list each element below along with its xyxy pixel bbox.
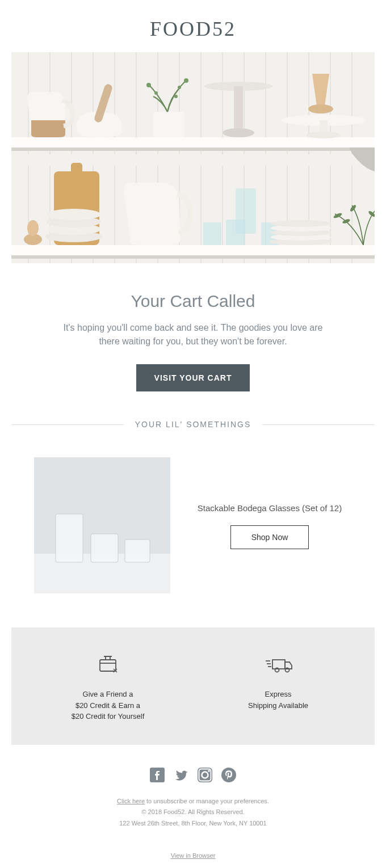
svg-point-40 [146, 83, 151, 87]
pinterest-icon[interactable] [221, 768, 236, 782]
view-browser-link[interactable]: View in Browser [171, 852, 216, 859]
svg-rect-75 [56, 514, 83, 562]
hero-image [11, 52, 375, 263]
gift-card-icon [23, 650, 193, 679]
svg-rect-39 [153, 112, 184, 137]
product-image[interactable] [34, 457, 170, 593]
truck-icon [193, 650, 363, 679]
svg-rect-77 [125, 540, 150, 562]
social-icons [0, 768, 386, 782]
footer-text: Click here to unsubscribe or manage your… [0, 796, 386, 829]
svg-point-44 [174, 95, 178, 98]
svg-rect-50 [320, 120, 328, 133]
copyright: © 2018 Food52. All Rights Reserved. [0, 807, 386, 818]
referral-benefit[interactable]: Give a Friend a $20 Credit & Earn a $20 … [23, 650, 193, 722]
svg-rect-80 [272, 660, 285, 669]
brand-logo[interactable]: FOOD52 [0, 17, 386, 41]
product-info: Stackable Bodega Glasses (Set of 12) Sho… [187, 502, 352, 549]
referral-text: Give a Friend a $20 Credit & Earn a $20 … [23, 689, 193, 722]
svg-point-41 [154, 91, 158, 95]
svg-point-89 [208, 770, 210, 772]
svg-point-42 [184, 78, 188, 83]
view-browser-section: View in Browser [0, 841, 386, 868]
svg-rect-33 [11, 137, 375, 148]
svg-point-57 [47, 209, 101, 220]
visit-cart-button[interactable]: VISIT YOUR CART [136, 364, 250, 391]
shipping-benefit[interactable]: Express Shipping Available [193, 650, 363, 722]
svg-rect-46 [234, 86, 243, 129]
svg-rect-78 [100, 660, 116, 671]
svg-rect-35 [11, 245, 375, 255]
svg-point-51 [307, 132, 341, 138]
divider-line-left [11, 424, 124, 425]
instagram-icon[interactable] [198, 768, 212, 782]
shipping-text: Express Shipping Available [193, 689, 363, 711]
svg-rect-76 [91, 534, 118, 562]
twitter-icon[interactable] [174, 768, 188, 782]
unsubscribe-link[interactable]: Click here [117, 798, 145, 804]
headline-section: Your Cart Called It's hoping you'll come… [0, 263, 386, 403]
social-section: Click here to unsubscribe or manage your… [0, 745, 386, 841]
svg-point-47 [223, 128, 254, 137]
benefits-section: Give a Friend a $20 Credit & Earn a $20 … [11, 627, 375, 745]
divider-line-right [262, 424, 375, 425]
divider-label: YOUR LIL' SOMETHINGS [124, 420, 262, 429]
product-section: Stackable Bodega Glasses (Set of 12) Sho… [0, 446, 386, 616]
subtext: It's hoping you'll come back and see it.… [57, 321, 329, 348]
svg-rect-53 [71, 163, 82, 177]
shop-now-button[interactable]: Shop Now [230, 525, 309, 549]
svg-point-68 [271, 220, 331, 227]
svg-rect-34 [11, 148, 375, 151]
svg-rect-62 [236, 188, 256, 234]
svg-point-59 [27, 220, 39, 236]
facebook-icon[interactable] [150, 768, 165, 782]
headline: Your Cart Called [23, 292, 363, 311]
svg-rect-36 [11, 255, 375, 259]
svg-rect-60 [203, 222, 221, 245]
svg-point-43 [178, 86, 181, 89]
svg-point-48 [308, 104, 333, 113]
product-name: Stackable Bodega Glasses (Set of 12) [187, 502, 352, 514]
address: 122 West 26th Street, 8th Floor, New Yor… [0, 818, 386, 829]
section-divider: YOUR LIL' SOMETHINGS [0, 403, 386, 446]
header: FOOD52 [0, 0, 386, 52]
